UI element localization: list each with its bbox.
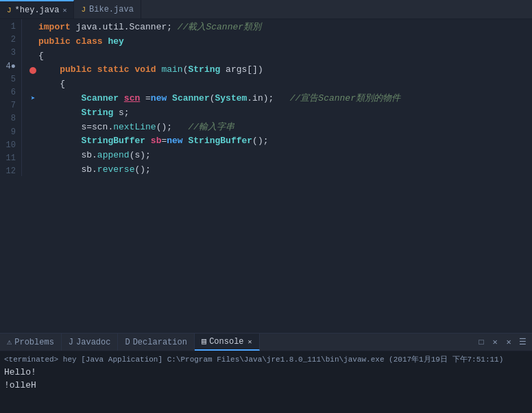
line-num-5: 5 <box>3 73 16 86</box>
problems-icon: ⚠ <box>7 337 12 347</box>
close-panel-button[interactable]: ✕ <box>503 337 514 348</box>
console-icon: ▤ <box>202 336 206 347</box>
tab-console[interactable]: ▤ Console ✕ <box>195 334 260 351</box>
console-output: <terminated> hey [Java Application] C:\P… <box>0 351 532 413</box>
bottom-tab-bar: ⚠ Problems J Javadoc D Declaration ▤ Con… <box>0 334 532 351</box>
tab-bike[interactable]: J Bike.java <box>74 0 141 18</box>
token: StringBuffer <box>188 134 252 149</box>
line-num-1: 1 <box>3 21 16 34</box>
code-line-8: s=scn.nextLine(); //輸入字串 <box>27 121 532 135</box>
debug-arrow-icon: ➤ <box>31 93 36 105</box>
breakpoint-icon <box>29 67 36 74</box>
line-num-8: 8 <box>3 112 16 125</box>
tab-javadoc[interactable]: J Javadoc <box>62 334 119 351</box>
token: sb <box>151 134 162 149</box>
token: = <box>140 92 151 106</box>
tab-bike-icon: J <box>81 5 86 14</box>
tab-problems-label: Problems <box>14 338 54 347</box>
maximize-button[interactable]: ✕ <box>489 337 500 348</box>
code-line-10: sb.append(s); <box>27 149 532 163</box>
console-output-line-1: Hello! <box>4 366 528 379</box>
tab-hey-label: *hey.java <box>15 5 60 15</box>
code-line-2: public class hey <box>27 35 532 49</box>
token: (); <box>156 121 189 135</box>
token: { <box>38 49 44 64</box>
javadoc-icon: J <box>69 338 73 347</box>
token: s; <box>119 106 130 121</box>
token: new <box>151 92 172 106</box>
code-line-6: ➤ Scanner scn =new Scanner(System.in); /… <box>27 92 532 106</box>
console-output-line-2: !olleH <box>4 379 528 392</box>
bottom-panel: ⚠ Problems J Javadoc D Declaration ▤ Con… <box>0 333 532 413</box>
line-num-11: 11 <box>3 152 16 165</box>
line-numbers: 1 2 3 4● 5 6 7 8 9 10 11 12 13 14 <box>0 19 22 176</box>
line-num-6: 6 <box>3 86 16 99</box>
token: String <box>188 63 226 77</box>
token <box>38 92 81 106</box>
tab-bar: J *hey.java ✕ J Bike.java <box>0 0 532 19</box>
token: sb. <box>38 163 97 176</box>
token: = <box>161 134 167 149</box>
token <box>38 63 60 77</box>
token: .in); <box>247 92 289 106</box>
declaration-icon: D <box>125 338 130 347</box>
token: (s); <box>130 149 151 163</box>
token: Scanner <box>81 92 123 106</box>
token: scn <box>124 92 140 106</box>
gutter-6: ➤ <box>27 93 38 105</box>
token: void <box>134 63 161 77</box>
code-line-1: import java.util.Scanner; //載入Scanner類別 <box>27 21 532 35</box>
token: reverse <box>97 163 135 176</box>
token: public <box>60 63 97 77</box>
token: main <box>161 63 182 77</box>
token: args[]) <box>226 63 263 77</box>
line-num-3: 3 <box>3 47 16 60</box>
token: append <box>97 149 130 163</box>
token: ( <box>210 92 215 106</box>
bottom-tab-actions: □ ✕ ✕ ☰ <box>476 337 532 348</box>
token: java.util.Scanner; <box>76 21 178 35</box>
token <box>38 106 81 121</box>
tab-declaration[interactable]: D Declaration <box>118 334 194 351</box>
line-num-9: 9 <box>3 126 16 139</box>
minimize-button[interactable]: □ <box>476 337 487 348</box>
gutter-4 <box>27 67 38 74</box>
line-num-2: 2 <box>3 34 16 47</box>
token: public <box>38 35 76 49</box>
token: hey <box>108 35 123 49</box>
tab-declaration-label: Declaration <box>133 338 187 347</box>
token: s=scn. <box>38 121 113 135</box>
token: { <box>38 77 65 92</box>
tab-hey-icon: J <box>7 6 12 14</box>
line-num-12: 12 <box>3 165 16 176</box>
code-line-3: { <box>27 49 532 64</box>
console-terminated-line: <terminated> hey [Java Application] C:\P… <box>4 354 528 366</box>
token: //載入Scanner類別 <box>178 21 261 35</box>
token: StringBuffer <box>81 134 150 149</box>
tab-problems[interactable]: ⚠ Problems <box>0 334 62 351</box>
line-num-4: 4● <box>3 60 16 73</box>
line-num-7: 7 <box>3 99 16 112</box>
token: Scanner <box>172 92 210 106</box>
code-content[interactable]: import java.util.Scanner; //載入Scanner類別 … <box>22 19 532 176</box>
token: ( <box>183 63 189 77</box>
tab-hey[interactable]: J *hey.java ✕ <box>0 0 74 18</box>
code-line-9: StringBuffer sb=new StringBuffer(); <box>27 134 532 149</box>
line-num-10: 10 <box>3 139 16 152</box>
token: static <box>97 63 135 77</box>
tab-console-close[interactable]: ✕ <box>248 338 252 346</box>
token: System <box>215 92 247 106</box>
token: nextLine <box>113 121 156 135</box>
code-line-4: public static void main(String args[]) <box>27 63 532 77</box>
token: class <box>76 35 108 49</box>
tab-javadoc-label: Javadoc <box>76 338 110 347</box>
tab-hey-close[interactable]: ✕ <box>62 6 66 14</box>
tab-bike-label: Bike.java <box>89 5 134 14</box>
token: sb. <box>38 149 97 163</box>
token: String <box>81 106 119 121</box>
menu-button[interactable]: ☰ <box>517 337 528 348</box>
token: import <box>38 21 76 35</box>
token: //輸入字串 <box>188 121 234 135</box>
token <box>38 134 81 149</box>
token: (); <box>252 134 268 149</box>
